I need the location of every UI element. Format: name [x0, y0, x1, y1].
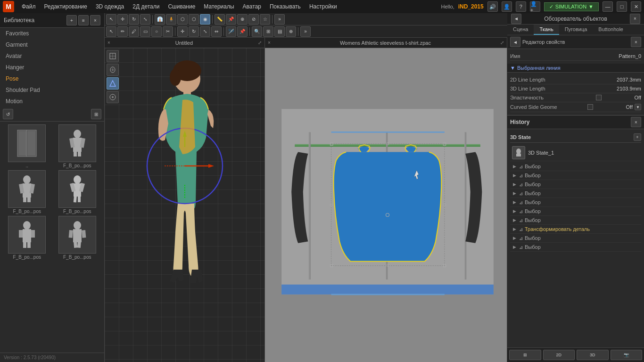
sel-row-1[interactable]: ▶ ⊿ Выбор — [510, 171, 641, 180]
sidebar-item-motion[interactable]: Motion — [0, 96, 104, 107]
tb2-expand[interactable]: » — [300, 26, 311, 37]
help-icon[interactable]: ? — [516, 1, 526, 12]
simulation-button[interactable]: ✓ SIMULATION ▼ — [544, 2, 599, 11]
sidebar-item-hanger[interactable]: Hanger — [0, 62, 104, 73]
sidebar-item-avatar[interactable]: Avatar — [0, 50, 104, 62]
view-side-icon[interactable] — [107, 64, 119, 76]
thumb-item-1[interactable]: F_B_po...pos — [53, 124, 102, 168]
tb2-draw[interactable]: ✏ — [117, 26, 128, 37]
maximize-icon[interactable]: □ — [617, 1, 627, 12]
sel-row-8[interactable]: ▶ ⊿ Выбор — [510, 234, 641, 243]
menu-2d-details[interactable]: 2Д детали — [129, 2, 163, 11]
view-head-icon[interactable] — [107, 91, 119, 103]
tab-scene[interactable]: Сцена — [507, 25, 534, 35]
bottom-btn-camera[interactable]: 📷 — [611, 350, 643, 360]
view-front-icon[interactable] — [107, 50, 119, 62]
tb2-cut[interactable]: ✂ — [163, 26, 173, 37]
sidebar-list-btn[interactable]: ≡ — [78, 15, 89, 25]
bottom-btn-1[interactable]: ⊞ — [509, 350, 541, 360]
elasticity-checkbox[interactable] — [596, 95, 602, 100]
tb-garment[interactable]: 👔 — [155, 14, 165, 25]
tb-expand[interactable]: » — [274, 14, 285, 25]
sound-icon[interactable]: 🔊 — [487, 1, 498, 12]
menu-sewing[interactable]: Сшивание — [164, 2, 199, 11]
menu-3d-clothes[interactable]: 3D одежда — [92, 2, 128, 11]
sel-row-3[interactable]: ▶ ⊿ Выбор — [510, 189, 641, 198]
tb-more3[interactable]: ☆ — [260, 14, 270, 25]
add-avatar-icon[interactable]: 👤+ — [530, 1, 540, 12]
sidebar-item-shoulder-pad[interactable]: Shoulder Pad — [0, 84, 104, 96]
tb2-zoom[interactable]: 🔍 — [252, 26, 262, 37]
state-item-1[interactable]: 3D State_1 — [510, 145, 641, 161]
selected-line-header[interactable]: ▼ Выбранная линия — [507, 64, 644, 73]
sel-row-transform[interactable]: ▶ ⊿ Трансформировать деталь — [510, 225, 641, 234]
props-close-btn[interactable]: × — [631, 37, 641, 47]
thumb-item-3[interactable]: F_B_po...pos — [53, 170, 102, 214]
view2d-expand-btn[interactable]: ⤢ — [500, 40, 504, 45]
tb-more2[interactable]: ⊘ — [248, 14, 259, 25]
tb-more1[interactable]: ⊕ — [237, 14, 248, 25]
menu-edit[interactable]: Редактирование — [41, 2, 91, 11]
view2d-canvas[interactable] — [265, 48, 507, 362]
sel-row-0[interactable]: ▶ ⊿ Выбор — [510, 162, 641, 171]
curved-checkbox[interactable] — [587, 104, 593, 110]
tb2-more[interactable]: ⊕ — [286, 26, 296, 37]
tb-pin[interactable]: 📌 — [226, 14, 236, 25]
sel-row-2[interactable]: ▶ ⊿ Выбор — [510, 180, 641, 189]
menu-materials[interactable]: Материалы — [200, 2, 238, 11]
sidebar-close-btn[interactable]: × — [90, 15, 100, 25]
bottom-btn-3d[interactable]: 3D — [577, 350, 609, 360]
tb-avatar[interactable]: 🧍 — [166, 14, 176, 25]
tb2-rect[interactable]: ▭ — [140, 26, 150, 37]
thumb-item-5[interactable]: F_B_po...pos — [53, 216, 102, 260]
sel-row-5[interactable]: ▶ ⊿ Выбор — [510, 207, 641, 216]
menu-show[interactable]: Показывать — [266, 2, 305, 11]
tb2-select[interactable]: ↖ — [106, 26, 116, 37]
tb2-grid[interactable]: ⊞ — [263, 26, 273, 37]
sidebar-item-favorites[interactable]: Favorites — [0, 28, 104, 39]
curved-dropdown-btn[interactable]: ▼ — [635, 104, 641, 110]
state-add-btn[interactable]: + — [634, 133, 641, 141]
tb2-layer[interactable]: ▤ — [274, 26, 285, 37]
tb-move[interactable]: ✛ — [117, 14, 128, 25]
sidebar-item-pose[interactable]: Pose — [0, 73, 104, 84]
tb2-move[interactable]: ✛ — [177, 26, 188, 37]
sidebar-add-btn[interactable]: + — [66, 15, 77, 25]
sidebar-grid-btn[interactable]: ⊞ — [91, 109, 101, 119]
tb-measure[interactable]: 📏 — [215, 14, 225, 25]
menu-file[interactable]: Файл — [18, 2, 40, 11]
tab-fabric[interactable]: Ткань — [534, 25, 559, 35]
tb-scale[interactable]: ⤡ — [140, 14, 150, 25]
sel-row-6[interactable]: ▶ ⊿ Выбор — [510, 216, 641, 225]
tb-3d1[interactable]: ⬡ — [177, 14, 188, 25]
tb2-sew[interactable]: 🪡 — [226, 26, 236, 37]
menu-settings[interactable]: Настройки — [305, 2, 341, 11]
tb-select[interactable]: ↖ — [106, 14, 116, 25]
sel-row-4[interactable]: ▶ ⊿ Выбор — [510, 198, 641, 207]
bottom-btn-2d[interactable]: 2D — [543, 350, 575, 360]
tab-button[interactable]: Пуговица — [559, 25, 593, 35]
right-panel-expand-btn[interactable]: ◄ — [511, 14, 521, 24]
tab-buttonhole[interactable]: Buttonhole — [593, 25, 629, 35]
view3d-canvas[interactable] — [105, 48, 264, 362]
tb2-pen[interactable]: 🖊 — [129, 26, 139, 37]
tb2-rotate[interactable]: ↻ — [189, 26, 199, 37]
thumb-item-4[interactable]: F_B_po...pos — [3, 216, 51, 260]
thumb-item-back[interactable]: .. — [3, 124, 51, 168]
view-active-icon[interactable] — [107, 77, 119, 90]
sidebar-item-garment[interactable]: Garment — [0, 39, 104, 50]
view3d-close-btn[interactable]: × — [107, 40, 110, 45]
close-icon[interactable]: ✕ — [631, 1, 641, 12]
view3d-expand-btn[interactable]: ⤢ — [258, 40, 262, 45]
tb2-circle[interactable]: ○ — [151, 26, 162, 37]
tb-3d-active[interactable]: ◉ — [200, 14, 210, 25]
tb-rotate[interactable]: ↻ — [129, 14, 139, 25]
menu-avatar[interactable]: Аватар — [239, 2, 265, 11]
sel-row-9[interactable]: ▶ ⊿ Выбор — [510, 243, 641, 252]
right-panel-close-btn[interactable]: × — [630, 14, 640, 24]
props-expand-btn[interactable]: ◄ — [510, 37, 520, 47]
thumb-item-2[interactable]: F_B_po...pos — [3, 170, 51, 214]
sidebar-refresh-btn[interactable]: ↺ — [3, 109, 13, 119]
tb2-pin2[interactable]: 📌 — [237, 26, 248, 37]
tb-3d2[interactable]: ⬡ — [189, 14, 199, 25]
